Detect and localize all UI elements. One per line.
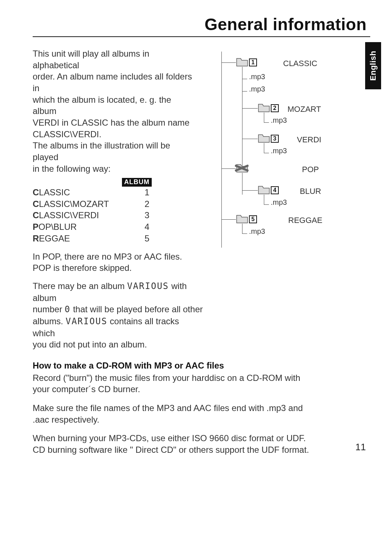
folder-label: CLASSIC	[283, 59, 317, 68]
folder-label: POP	[302, 165, 319, 174]
folder-number: 4	[271, 186, 279, 194]
tree-line	[242, 84, 247, 92]
table-row: CLASSIC\VERDI 3	[33, 210, 192, 221]
folder-number: 3	[271, 135, 279, 143]
section-paragraph: Record ("burn") the music files from you…	[33, 372, 316, 395]
folder-label: MOZART	[287, 105, 321, 114]
header: General information	[33, 15, 370, 34]
folder-icon	[258, 103, 270, 113]
section-paragraph: When burning your MP3-CDs, use either IS…	[33, 432, 316, 455]
seg-display-text: VARIOUS	[127, 281, 169, 291]
tree-line	[242, 173, 242, 195]
folder-number: 2	[271, 104, 279, 112]
content-row: This unit will play all albums in alphab…	[33, 48, 370, 350]
tree-line	[264, 146, 269, 153]
seg-display-text: 0	[65, 304, 70, 314]
folder-icon	[258, 134, 270, 143]
folder-label: BLUR	[300, 187, 321, 196]
header-rule	[33, 36, 370, 37]
folder-label: REGGAE	[288, 216, 322, 225]
right-column: 1 CLASSIC .mp3 .mp3 2 MOZART .	[207, 48, 341, 350]
tree-line	[242, 139, 258, 139]
intro-text: This unit will play all albums in alphab…	[33, 48, 192, 174]
tree-line	[242, 67, 242, 168]
table-row: CLASSIC 1	[33, 187, 192, 198]
section-heading: How to make a CD-ROM with MP3 or AAC fil…	[33, 360, 316, 371]
mp3-file: .mp3	[249, 227, 265, 236]
table-row: POP\BLUR 4	[33, 221, 192, 233]
cross-icon	[234, 163, 249, 174]
folder-tree-diagram: 1 CLASSIC .mp3 .mp3 2 MOZART .	[207, 48, 341, 251]
mp3-file: .mp3	[271, 147, 287, 155]
tree-line	[221, 219, 236, 220]
page: General information English This unit wi…	[0, 0, 392, 553]
album-header-badge: ALBUM	[122, 178, 152, 187]
various-note: There may be an album VARIOUS with album…	[33, 280, 203, 350]
folder-number: 1	[249, 58, 257, 66]
mp3-file: .mp3	[249, 73, 265, 81]
mp3-file: .mp3	[271, 198, 287, 207]
left-column: This unit will play all albums in alphab…	[33, 48, 192, 350]
folder-label: VERDI	[297, 135, 321, 145]
how-to-section: How to make a CD-ROM with MP3 or AAC fil…	[33, 360, 316, 456]
tree-line	[242, 227, 247, 234]
mp3-file: .mp3	[249, 85, 265, 93]
album-table: ALBUM CLASSIC 1 CLASSIC\MOZART 2 CLASSIC…	[33, 178, 192, 244]
tree-line	[242, 190, 258, 191]
tree-line	[221, 168, 236, 169]
tree-line	[264, 198, 269, 205]
tree-line	[264, 115, 269, 123]
table-row: CLASSIC\MOZART 2	[33, 198, 192, 210]
tree-line	[221, 52, 222, 248]
folder-icon	[236, 57, 248, 67]
page-title: General information	[204, 15, 367, 34]
language-tab: English	[365, 42, 381, 89]
tree-line	[242, 108, 258, 109]
language-tab-label: English	[368, 51, 378, 81]
seg-display-text: VARIOUS	[66, 316, 107, 326]
folder-icon	[258, 185, 270, 195]
mp3-file: .mp3	[271, 116, 287, 125]
folder-icon	[236, 214, 248, 224]
pop-note: In POP, there are no MP3 or AAC files. P…	[33, 251, 192, 274]
tree-line	[242, 72, 247, 79]
table-row: REGGAE 5	[33, 233, 192, 244]
tree-line	[221, 62, 236, 63]
section-paragraph: Make sure the file names of the MP3 and …	[33, 402, 316, 425]
page-number: 11	[355, 442, 366, 453]
folder-number: 5	[249, 215, 257, 223]
